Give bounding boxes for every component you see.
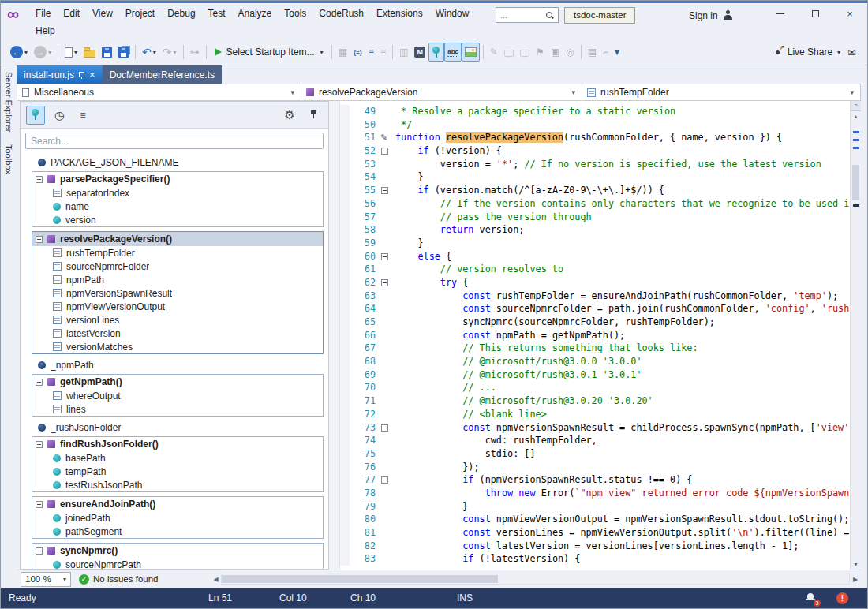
breakpoint-margin[interactable] bbox=[340, 131, 350, 144]
code-text[interactable]: // This returns something that looks lik… bbox=[392, 342, 850, 355]
markers-list-button[interactable]: ≡ bbox=[73, 106, 92, 125]
code-text[interactable]: const rushTempFolder = ensureAndJoinPath… bbox=[392, 290, 850, 303]
hscrollbar-track[interactable] bbox=[221, 574, 850, 585]
outline-item-_npmPath[interactable]: _npmPath bbox=[25, 358, 324, 372]
breakpoint-margin[interactable] bbox=[340, 223, 350, 237]
breakpoint-margin[interactable] bbox=[340, 552, 350, 566]
code-text[interactable]: try { bbox=[392, 276, 850, 290]
outline-item-basePath[interactable]: basePath bbox=[32, 451, 323, 465]
outline-item-version[interactable]: version bbox=[32, 213, 323, 226]
outline-item-npmVersionSpawnResult[interactable]: npmVersionSpawnResult bbox=[32, 286, 323, 300]
scroll-left-arrow[interactable]: ◀ bbox=[210, 576, 221, 583]
breakpoint-margin[interactable] bbox=[340, 329, 350, 342]
breakpoint-margin[interactable] bbox=[340, 381, 350, 394]
line-number[interactable]: 51 bbox=[350, 131, 380, 144]
menu-help[interactable]: Help bbox=[29, 23, 62, 39]
code-text[interactable]: }); bbox=[392, 461, 850, 474]
breakpoint-margin[interactable] bbox=[340, 118, 350, 132]
breakpoint-margin[interactable] bbox=[340, 421, 350, 435]
collapse-icon[interactable] bbox=[36, 547, 43, 555]
code-text[interactable]: const latestVersion = versionLines[versi… bbox=[392, 540, 850, 553]
scroll-up-arrow[interactable]: ▲ bbox=[851, 111, 861, 121]
menu-window[interactable]: Window bbox=[429, 5, 476, 23]
fold-collapse-icon[interactable] bbox=[381, 253, 388, 260]
scrollbar-track[interactable] bbox=[851, 121, 861, 559]
back-button[interactable]: ←▾ bbox=[7, 43, 31, 62]
outline-item-findRushJsonFolder[interactable]: findRushJsonFolder() bbox=[32, 437, 323, 451]
breakpoint-margin[interactable] bbox=[340, 500, 350, 514]
outline-search-input[interactable] bbox=[26, 133, 323, 148]
breakpoint-margin[interactable] bbox=[340, 540, 350, 553]
outline-item-separatorIndex[interactable]: separatorIndex bbox=[32, 186, 323, 200]
breakpoint-margin[interactable] bbox=[340, 434, 350, 447]
outline-item-getNpmPath[interactable]: getNpmPath() bbox=[32, 375, 323, 389]
places-pin-button[interactable] bbox=[26, 106, 45, 125]
breakpoint-margin[interactable] bbox=[340, 144, 350, 158]
line-number[interactable]: 81 bbox=[350, 526, 380, 540]
line-number[interactable]: 65 bbox=[350, 316, 380, 329]
fold-collapse-icon[interactable] bbox=[381, 148, 388, 155]
menu-debug[interactable]: Debug bbox=[161, 5, 201, 23]
code-text[interactable]: if (!latestVersion) { bbox=[392, 552, 850, 566]
line-number[interactable]: 59 bbox=[350, 237, 380, 250]
code-text[interactable]: if (version.match(/^[a-zA-Z0-9\-\+\.]+$/… bbox=[392, 184, 850, 197]
line-number[interactable]: 55 bbox=[350, 184, 380, 197]
breakpoint-margin[interactable] bbox=[340, 513, 350, 526]
zoom-select[interactable]: 100 % ▾ bbox=[21, 572, 71, 587]
tab-DocMemberReference-ts[interactable]: DocMemberReference.ts bbox=[103, 65, 222, 84]
outline-item-parsePackageSpecifier[interactable]: parsePackageSpecifier() bbox=[32, 172, 323, 186]
code-text[interactable]: function resolvePackageVersion(rushCommo… bbox=[392, 131, 850, 144]
outline-item-PACKAGE_JSON_FILENAME[interactable]: PACKAGE_JSON_FILENAME bbox=[25, 155, 324, 170]
outline-item-name[interactable]: name bbox=[32, 200, 323, 213]
breakpoint-margin[interactable] bbox=[340, 211, 350, 224]
breakpoint-margin[interactable] bbox=[340, 355, 350, 368]
code-text[interactable]: // version resolves to bbox=[392, 263, 850, 276]
breakpoint-margin[interactable] bbox=[340, 237, 350, 250]
line-number[interactable]: 62 bbox=[350, 276, 380, 290]
status-line[interactable]: Ln 51 bbox=[208, 588, 232, 608]
code-text[interactable]: * Resolve a package specifier to a stati… bbox=[392, 105, 850, 118]
code-text[interactable]: // @microsoft/rush@3.0.0 '3.0.0' bbox=[392, 355, 850, 368]
status-column[interactable]: Col 10 bbox=[279, 588, 307, 608]
breakpoint-margin[interactable] bbox=[340, 290, 350, 303]
line-number[interactable]: 73 bbox=[350, 421, 380, 435]
outline-item-lines[interactable]: lines bbox=[32, 402, 323, 416]
collapse-icon[interactable] bbox=[36, 501, 43, 508]
editor-horizontal-scrollbar[interactable]: ◀ ▶ bbox=[210, 570, 861, 588]
code-text[interactable]: return version; bbox=[392, 223, 850, 237]
split-editor-handle[interactable]: ≡ bbox=[851, 101, 861, 111]
save-button[interactable] bbox=[99, 43, 115, 62]
outline-item-joinedPath[interactable]: joinedPath bbox=[32, 511, 323, 525]
breakpoint-margin[interactable] bbox=[340, 473, 350, 487]
braces-button[interactable]: {=} bbox=[350, 43, 365, 62]
menu-file[interactable]: File bbox=[29, 5, 57, 23]
code-text[interactable]: // pass the version through bbox=[392, 211, 850, 224]
menu-coderush[interactable]: CodeRush bbox=[312, 5, 370, 23]
quick-search[interactable]: ... bbox=[496, 7, 559, 23]
menu-tools[interactable]: Tools bbox=[278, 5, 312, 23]
code-text[interactable]: const npmVersionSpawnResult = childProce… bbox=[392, 421, 850, 435]
code-text[interactable]: } bbox=[392, 500, 850, 514]
breakpoint-margin[interactable] bbox=[340, 158, 350, 171]
code-places-button[interactable] bbox=[428, 43, 444, 62]
line-number[interactable]: 58 bbox=[350, 223, 380, 237]
outline-item-npmViewVersionOutput[interactable]: npmViewVersionOutput bbox=[32, 300, 323, 313]
scrollbar-thumb[interactable] bbox=[852, 165, 859, 200]
code-text[interactable]: const npmPath = getNpmPath(); bbox=[392, 329, 850, 342]
toolbar-overflow-button[interactable]: ▾ bbox=[612, 43, 623, 62]
code-text[interactable]: stdio: [] bbox=[392, 447, 850, 461]
hscrollbar-thumb[interactable] bbox=[222, 575, 498, 583]
line-number[interactable]: 76 bbox=[350, 461, 380, 474]
scroll-right-arrow[interactable]: ▶ bbox=[850, 576, 861, 583]
line-number[interactable]: 80 bbox=[350, 513, 380, 526]
code-text[interactable]: } bbox=[392, 237, 850, 250]
menu-view[interactable]: View bbox=[86, 5, 119, 23]
outline-item-versionLines[interactable]: versionLines bbox=[32, 313, 323, 327]
line-number[interactable]: 68 bbox=[350, 355, 380, 368]
breakpoint-margin[interactable] bbox=[340, 342, 350, 355]
code-text[interactable]: throw new Error(`"npm view" returned err… bbox=[392, 487, 850, 500]
line-number[interactable]: 52 bbox=[350, 144, 380, 158]
settings-gear-button[interactable]: ⚙ bbox=[280, 106, 299, 125]
outline-item-pathSegment[interactable]: pathSegment bbox=[32, 525, 323, 538]
new-file-button[interactable]: ▾ bbox=[62, 43, 80, 62]
